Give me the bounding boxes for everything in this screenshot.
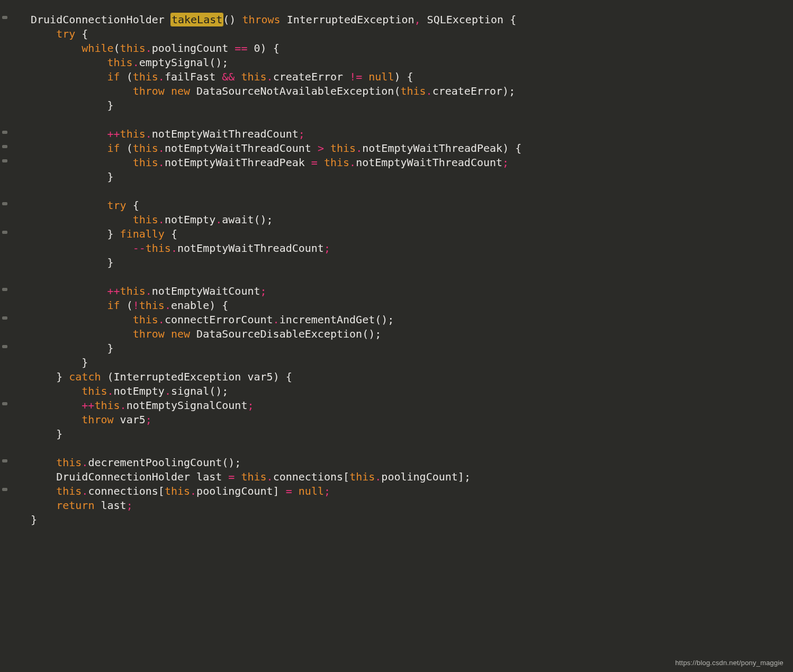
keyword-throws: throws [242,13,280,26]
gutter [0,0,12,672]
watermark: https://blog.csdn.net/pony_maggie [675,658,783,668]
keyword-while: while [82,42,113,55]
code-block: DruidConnectionHolder takeLast() throws … [0,0,793,527]
keyword-return: return [56,499,94,512]
type-name: DruidConnectionHolder [31,13,165,26]
keyword-try: try [56,28,75,40]
method-name-highlighted: takeLast [171,13,223,26]
keyword-catch: catch [69,370,101,383]
